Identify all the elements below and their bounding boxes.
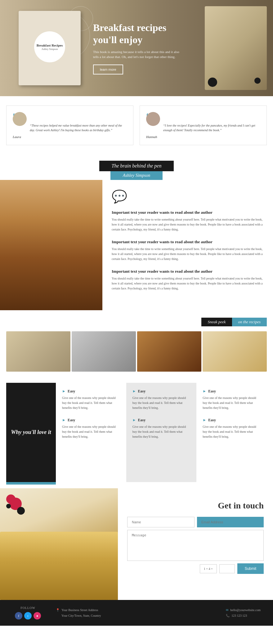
footer: FOLLOW f t ● 📍 Your Business Street Addr… (0, 600, 273, 626)
quote-icon-2: ❝ (146, 112, 260, 121)
speech-bubble-icon: 💬 (112, 189, 264, 204)
why-item-1-2: ► Easy Give one of the reasons why peopl… (62, 418, 120, 439)
captcha-input[interactable] (219, 564, 235, 573)
why-item-3-1: ► Easy Give one of the reasons why peopl… (203, 389, 261, 410)
footer-contact: ✉ hello@yourwebsite.com 📞 123 123 123 (226, 607, 261, 619)
bio-item-1-text: You should really take the time to write… (112, 217, 264, 232)
why-section: Why you'll love it ► Easy Give one of th… (0, 377, 273, 488)
author-name-text: Ashley Simpson (110, 171, 163, 180)
author-bio-item-1: Important text your reader wants to read… (112, 210, 264, 232)
footer-address: 📍 Your Business Street Address Your City… (56, 607, 213, 619)
footer-phone: 123 123 123 (231, 614, 247, 617)
submit-button[interactable]: Submit (237, 563, 264, 574)
footer-phone-row: 📞 123 123 123 (226, 613, 261, 619)
why-item-1-2-label: Easy (68, 418, 75, 423)
hero-description: This book is amazing because it tells a … (93, 49, 180, 60)
recipe-photo-4 (203, 331, 267, 372)
sneak-peek-label-black: Sneak peek (201, 318, 232, 326)
why-item-2-1-label: Easy (138, 389, 146, 394)
captcha-box: 1 + 4 = (200, 564, 217, 573)
why-item-2-2-label: Easy (138, 418, 146, 423)
why-item-1-2-title: ► Easy (62, 418, 120, 423)
why-item-1-1: ► Easy Give one of the reasons why peopl… (62, 389, 120, 410)
twitter-icon[interactable]: t (24, 612, 32, 619)
contact-name-email-row (127, 517, 264, 527)
why-title: Why you'll love it (11, 429, 51, 436)
why-item-3-2-title: ► Easy (203, 418, 261, 423)
why-col-1: ► Easy Give one of the reasons why peopl… (56, 383, 126, 482)
instagram-icon[interactable]: ● (34, 612, 41, 619)
name-input[interactable] (127, 517, 195, 527)
why-arrow-icon-6: ► (203, 418, 206, 423)
bio-item-3-text: You should really take the time to write… (112, 276, 264, 291)
why-item-2-2-text: Give one of the reasons why people shoul… (132, 424, 190, 439)
testimonial-text-2: “I love the recipes! Especially for the … (163, 123, 260, 132)
why-arrow-icon-3: ► (132, 389, 136, 394)
social-icons: f t ● (15, 612, 41, 619)
contact-title: Get in touch (218, 501, 264, 511)
sneak-peek-header: Sneak peek on the recipes (0, 310, 273, 326)
message-textarea[interactable] (127, 530, 264, 561)
hero-food-image (205, 6, 267, 90)
footer-address-icon-row: 📍 Your Business Street Address (56, 607, 213, 613)
testimonial-name-2: Hannah (146, 135, 260, 139)
why-item-2-1-title: ► Easy (132, 389, 190, 394)
why-item-1-2-text: Give one of the reasons why people shoul… (62, 424, 120, 439)
email-icon: ✉ (226, 608, 228, 612)
book-author: Ashley Simpson (42, 48, 58, 51)
testimonial-card-1: ❝ “These recipes helped me value breakfa… (6, 105, 133, 145)
author-section-header: The brain behind the pen Ashley Simpson (0, 161, 273, 180)
facebook-icon[interactable]: f (15, 612, 22, 619)
book-cover-circle: Breakfast Recipes Ashley Simpson (34, 31, 65, 62)
why-item-3-2-label: Easy (208, 418, 216, 423)
why-item-3-1-title: ► Easy (203, 389, 261, 394)
why-label: Why you'll love it (6, 383, 56, 482)
why-label-accent-bar (6, 482, 56, 485)
why-item-3-1-text: Give one of the reasons why people shoul… (203, 396, 261, 410)
recipe-photo-1 (6, 331, 70, 372)
avatar-2 (146, 112, 160, 126)
learn-more-button[interactable]: learn more (93, 65, 123, 74)
phone-icon: 📞 (226, 614, 230, 617)
author-label-text: The brain behind the pen (99, 161, 174, 171)
why-col-2: ► Easy Give one of the reasons why peopl… (126, 383, 197, 482)
hero-section: Breakfast Recipes Ashley Simpson Breakfa… (0, 0, 273, 96)
quote-icon-1: ❝ (13, 112, 127, 121)
address-line2: Your City/Town, State, Country (61, 614, 101, 617)
book-title: Breakfast Recipes (37, 43, 63, 47)
author-bio-section: 💬 Important text your reader wants to re… (0, 180, 273, 310)
recipe-photos-grid (0, 326, 273, 377)
hero-headline: Breakfast recipes you'll enjoy (93, 22, 180, 46)
testimonials-section: ❝ “These recipes helped me value breakfa… (0, 96, 273, 154)
contact-submit-row: 1 + 4 = Submit (127, 563, 264, 574)
footer-follow: FOLLOW f t ● (12, 606, 43, 619)
why-item-2-2: ► Easy Give one of the reasons why peopl… (132, 418, 190, 439)
recipe-photo-3 (137, 331, 201, 372)
bio-item-2-text: You should really take the time to write… (112, 247, 264, 262)
avatar-1 (13, 112, 27, 126)
author-person-image (0, 180, 102, 310)
testimonial-card-2: ❝ “I love the recipes! Especially for th… (140, 105, 267, 145)
contact-food-image (0, 488, 118, 600)
testimonial-text-1: “These recipes helped me value breakfast… (30, 123, 127, 132)
why-item-1-1-title: ► Easy (62, 389, 120, 394)
bio-item-2-title: Important text your reader wants to read… (112, 239, 264, 245)
author-label-bar: The brain behind the pen (0, 161, 273, 171)
sneak-peek-label-blue: on the recipes (232, 318, 267, 326)
why-arrow-icon-4: ► (132, 418, 136, 423)
why-item-1-1-label: Easy (68, 389, 75, 394)
email-input[interactable] (197, 517, 264, 527)
why-item-2-2-title: ► Easy (132, 418, 190, 423)
why-arrow-icon-5: ► (203, 389, 206, 394)
author-bio-item-3: Important text your reader wants to read… (112, 269, 264, 291)
why-arrow-icon-2: ► (62, 418, 66, 423)
why-item-3-1-label: Easy (208, 389, 216, 394)
why-arrow-icon: ► (62, 389, 66, 394)
author-name-bar: Ashley Simpson (0, 171, 273, 180)
why-item-2-1: ► Easy Give one of the reasons why peopl… (132, 389, 190, 410)
contact-form-area: Get in touch 1 + 4 = Submit (118, 488, 273, 600)
footer-email: hello@yourwebsite.com (230, 608, 261, 612)
author-content: 💬 Important text your reader wants to re… (102, 180, 273, 310)
why-col-3: ► Easy Give one of the reasons why peopl… (196, 383, 267, 482)
why-label-inner: Why you'll love it (11, 429, 51, 436)
